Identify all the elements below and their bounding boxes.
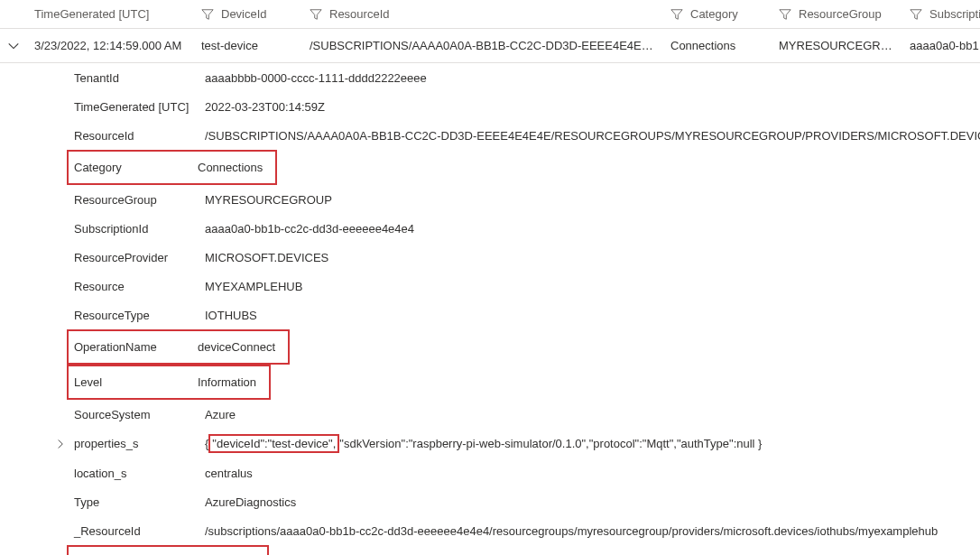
cell-subscriptionid: aaaa0a0-bb1 xyxy=(902,39,980,52)
chevron-right-icon xyxy=(55,439,66,449)
filter-icon[interactable] xyxy=(779,8,791,21)
detail-row-category: Category Connections xyxy=(74,150,980,185)
detail-label: ResourceId xyxy=(74,124,205,148)
detail-value: MICROSOFT.DEVICES xyxy=(205,245,980,270)
detail-value: Azure xyxy=(205,402,980,427)
detail-value: 2022-03-23T00:14:59Z xyxy=(205,95,980,119)
detail-row-resourceid2: _ResourceId /subscriptions/aaaa0a0-bb1b-… xyxy=(74,516,980,545)
chevron-down-icon xyxy=(7,40,20,52)
detail-label: OperationName xyxy=(74,335,198,359)
detail-row-resourcegroup: ResourceGroup MYRESOURCEGROUP xyxy=(74,185,980,214)
header-deviceid[interactable]: DeviceId xyxy=(194,7,302,21)
header-subscriptionid[interactable]: SubscriptionI xyxy=(902,7,980,21)
filter-icon[interactable] xyxy=(910,8,922,21)
detail-label: Category xyxy=(74,155,198,180)
detail-label: _ResourceId xyxy=(74,519,205,543)
detail-row-resourceprovider: ResourceProvider MICROSOFT.DEVICES xyxy=(74,243,980,272)
detail-label: Resource xyxy=(74,274,205,299)
properties-expand-toggle[interactable] xyxy=(47,439,74,449)
detail-label: Type xyxy=(74,490,205,514)
detail-label: SourceSystem xyxy=(74,402,205,427)
detail-row-tenantid: TenantId aaaabbbb-0000-cccc-1111-dddd222… xyxy=(74,63,980,92)
cell-time: 3/23/2022, 12:14:59.000 AM xyxy=(27,39,194,52)
log-detail-section: TenantId aaaabbbb-0000-cccc-1111-dddd222… xyxy=(0,63,980,555)
header-label: SubscriptionI xyxy=(929,7,980,21)
detail-value: /SUBSCRIPTIONS/AAAA0A0A-BB1B-CC2C-DD3D-E… xyxy=(205,124,980,148)
table-header-row: TimeGenerated [UTC] DeviceId ResourceId … xyxy=(0,0,980,29)
detail-row-type: Type AzureDiagnostics xyxy=(74,487,980,516)
detail-label: DeviceId xyxy=(74,550,198,555)
detail-value: aaaa0a0-bb1b-cc2c-dd3d-eeeeee4e4e4 xyxy=(205,217,980,241)
properties-highlighted: "deviceId":"test-device", xyxy=(208,434,339,453)
detail-value: IOTHUBS xyxy=(205,303,980,328)
header-resourcegroup[interactable]: ResourceGroup xyxy=(772,7,902,21)
header-category[interactable]: Category xyxy=(663,7,772,21)
header-label: TimeGenerated [UTC] xyxy=(34,7,149,21)
detail-row-sourcesystem: SourceSystem Azure xyxy=(74,400,980,429)
header-label: ResourceGroup xyxy=(799,7,882,21)
detail-label: ResourceProvider xyxy=(74,245,205,270)
cell-category: Connections xyxy=(663,39,772,52)
detail-value: AzureDiagnostics xyxy=(205,490,980,514)
detail-value: aaaabbbb-0000-cccc-1111-dddd2222eeee xyxy=(205,66,980,90)
detail-row-subscriptionid: SubscriptionId aaaa0a0-bb1b-cc2c-dd3d-ee… xyxy=(74,214,980,243)
header-label: ResourceId xyxy=(329,7,389,21)
detail-label: Level xyxy=(74,370,198,394)
detail-value: MYEXAMPLEHUB xyxy=(205,274,980,299)
cell-deviceid: test-device xyxy=(194,39,302,52)
log-results-table: TimeGenerated [UTC] DeviceId ResourceId … xyxy=(0,0,980,555)
detail-value: /subscriptions/aaaa0a0-bb1b-cc2c-dd3d-ee… xyxy=(205,519,980,543)
detail-label: properties_s xyxy=(74,431,205,456)
detail-value: deviceConnect xyxy=(198,335,282,359)
detail-label: TimeGenerated [UTC] xyxy=(74,95,205,119)
filter-icon[interactable] xyxy=(670,8,683,21)
header-timegenerated[interactable]: TimeGenerated [UTC] xyxy=(27,7,194,21)
cell-resourcegroup: MYRESOURCEGROUP xyxy=(772,39,902,52)
detail-label: location_s xyxy=(74,461,205,486)
detail-row-deviceid: DeviceId test-device xyxy=(74,545,980,555)
header-label: DeviceId xyxy=(221,7,267,21)
properties-suffix: "sdkVersion":"raspberry-pi-web-simulator… xyxy=(339,437,762,450)
detail-row-resource: Resource MYEXAMPLEHUB xyxy=(74,272,980,301)
detail-label: SubscriptionId xyxy=(74,217,205,241)
detail-row-level: Level Information xyxy=(74,365,980,400)
detail-row-resourceid: ResourceId /SUBSCRIPTIONS/AAAA0A0A-BB1B-… xyxy=(74,121,980,150)
detail-row-properties: properties_s {"deviceId":"test-device","… xyxy=(74,429,980,458)
header-label: Category xyxy=(690,7,738,21)
detail-row-timegenerated: TimeGenerated [UTC] 2022-03-23T00:14:59Z xyxy=(74,92,980,121)
cell-resourceid: /SUBSCRIPTIONS/AAAA0A0A-BB1B-CC2C-DD3D-E… xyxy=(302,39,663,52)
detail-row-location: location_s centralus xyxy=(74,458,980,487)
detail-value: Information xyxy=(198,370,263,394)
header-resourceid[interactable]: ResourceId xyxy=(302,7,663,21)
filter-icon[interactable] xyxy=(310,8,322,21)
log-row[interactable]: 3/23/2022, 12:14:59.000 AM test-device /… xyxy=(0,29,980,63)
detail-value: MYRESOURCEGROUP xyxy=(205,188,980,212)
detail-value: {"deviceId":"test-device","sdkVersion":"… xyxy=(205,429,980,458)
detail-label: TenantId xyxy=(74,66,205,90)
detail-row-resourcetype: ResourceType IOTHUBS xyxy=(74,301,980,329)
detail-value: test-device xyxy=(198,550,262,555)
detail-value: centralus xyxy=(205,461,980,486)
filter-icon[interactable] xyxy=(201,8,214,21)
detail-label: ResourceType xyxy=(74,303,205,328)
detail-label: ResourceGroup xyxy=(74,188,205,212)
row-expand-toggle[interactable] xyxy=(0,40,27,52)
detail-value: Connections xyxy=(198,155,270,180)
detail-row-operationname: OperationName deviceConnect xyxy=(74,329,980,365)
